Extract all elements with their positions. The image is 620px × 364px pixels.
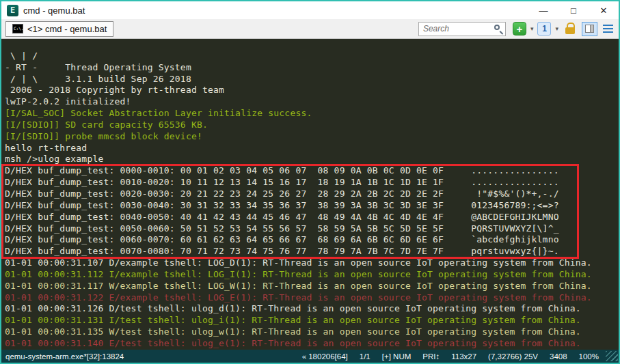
terminal-line: \ | /: [5, 51, 619, 62]
terminal-line: D/HEX buf_dump_test: 0020-0030: 20 21 22…: [5, 188, 619, 200]
new-console-dropdown-icon[interactable]: ▾: [530, 25, 534, 32]
terminal-line: D/HEX buf_dump_test: 0000-0010: 00 01 02…: [5, 165, 619, 177]
sidebar-toggle-button[interactable]: [582, 22, 597, 36]
status-cell: 1/1: [360, 352, 370, 361]
terminal-area[interactable]: \ | /- RT - Thread Operating System / | …: [1, 39, 619, 350]
window-title: cmd - qemu.bat: [23, 5, 85, 16]
status-cell: PRI↕: [422, 352, 440, 361]
terminal-line: hello rt-thread: [5, 143, 619, 154]
terminal-output: \ | /- RT - Thread Operating System / | …: [5, 39, 619, 350]
terminal-line: D/HEX buf_dump_test: 0060-0070: 60 61 62…: [5, 234, 619, 246]
status-cell: « 180206[64]: [302, 352, 348, 361]
tab-label: <1> cmd - qemu.bat: [27, 24, 107, 34]
terminal-line: 01-01 00:00:31.122 E/example tshell: LOG…: [5, 292, 619, 304]
statusbar-items: « 180206[64]1/1[+] NUMPRI↕113x27(7,32766…: [302, 352, 599, 361]
terminal-line: 01-01 00:00:31.135 W/test tshell: ulog_w…: [5, 326, 619, 338]
search-box: [418, 22, 506, 36]
minimize-button[interactable]: —: [528, 1, 558, 19]
tab-cmd-qemu[interactable]: C:\. <1> cmd - qemu.bat: [5, 21, 113, 37]
search-input[interactable]: [418, 22, 506, 36]
sidebar-icon: [585, 25, 594, 33]
terminal-line: 01-01 00:00:31.112 I/example tshell: LOG…: [5, 269, 619, 281]
titlebar: E cmd - qemu.bat — □ ✕: [1, 1, 619, 19]
status-cell: (7,32766) 25V: [488, 352, 538, 361]
status-cell: 100%: [579, 352, 599, 361]
terminal-line: 01-01 00:00:31.126 D/test tshell: ulog_d…: [5, 303, 619, 315]
status-process-name: qemu-system-arm.exe*[32]:13824: [5, 352, 124, 361]
search-icon: [494, 25, 500, 30]
window-dropdown-icon[interactable]: ▾: [555, 25, 558, 32]
terminal-line: 01-01 00:00:31.131 I/test tshell: ulog_i…: [5, 315, 619, 326]
conemu-app-icon: E: [7, 5, 18, 16]
cmd-icon: C:\.: [12, 24, 23, 33]
terminal-line: 01-01 00:00:31.140 E/test tshell: ulog_e…: [5, 338, 619, 350]
terminal-line: D/HEX buf_dump_test: 0030-0040: 30 31 32…: [5, 200, 619, 212]
terminal-line: [I/[SDIO]] probe mmcsd block device!: [5, 131, 619, 143]
lock-icon[interactable]: [565, 27, 575, 34]
terminal-line: [I/SAL_SOC] Socket Abstraction Layer ini…: [5, 108, 619, 120]
status-cell: [+] NUM: [382, 352, 412, 361]
terminal-line: lwIP-2.0.2 initialized!: [5, 96, 619, 108]
terminal-line: - RT - Thread Operating System: [5, 62, 619, 74]
status-cell: 3408: [550, 352, 567, 361]
terminal-line: 01-01 00:00:31.107 D/example tshell: LOG…: [5, 257, 619, 269]
close-button[interactable]: ✕: [589, 1, 619, 19]
terminal-line: [5, 39, 619, 51]
toolbar: + ▾ 1 ▾: [418, 22, 616, 36]
terminal-line: D/HEX buf_dump_test: 0010-0020: 10 11 12…: [5, 177, 619, 188]
main-menu-button[interactable]: [603, 25, 613, 33]
resize-grip-icon[interactable]: [606, 351, 618, 361]
terminal-line: / | \ 3.1.1 build Sep 26 2018: [5, 74, 619, 85]
terminal-line: 2006 - 2018 Copyright by rt-thread team: [5, 85, 619, 96]
terminal-line: D/HEX buf_dump_test: 0050-0060: 50 51 52…: [5, 223, 619, 235]
terminal-line: D/HEX buf_dump_test: 0040-0050: 40 41 42…: [5, 212, 619, 223]
window-count-button[interactable]: 1: [537, 22, 551, 36]
terminal-line: [I/[SDIO]] SD card capacity 65536 KB.: [5, 120, 619, 131]
window-controls: — □ ✕: [528, 1, 619, 19]
maximize-button[interactable]: □: [558, 1, 589, 19]
terminal-line: 01-01 00:00:31.117 W/example tshell: LOG…: [5, 281, 619, 292]
status-cell: 113x27: [451, 352, 476, 361]
tab-bar: C:\. <1> cmd - qemu.bat + ▾ 1 ▾: [1, 19, 619, 39]
conemu-window: E cmd - qemu.bat — □ ✕ C:\. <1> cmd - qe…: [0, 0, 620, 364]
terminal-line: msh />ulog example: [5, 154, 619, 165]
terminal-line: D/HEX buf_dump_test: 0070-0080: 70 71 72…: [5, 246, 619, 257]
new-console-button[interactable]: +: [513, 22, 526, 36]
status-bar: qemu-system-arm.exe*[32]:13824 « 180206[…: [1, 350, 619, 363]
